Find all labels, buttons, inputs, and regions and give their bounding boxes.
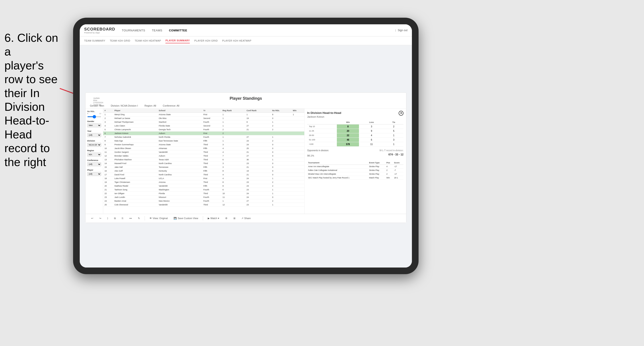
cell-num: 24 — [103, 199, 113, 203]
nav-item-tournaments[interactable]: TOURNAMENTS — [122, 28, 145, 33]
cell-num: 25 — [103, 203, 113, 206]
table-row[interactable]: 3 Michael Thorbjornsen Stanford Fourth 1… — [103, 120, 304, 124]
t-cell-name: Amer Am Intercollegiate — [307, 165, 368, 168]
cell-rds: 2 — [271, 184, 292, 188]
cell-school: East Tennessee State — [158, 139, 202, 143]
save-custom-view-button[interactable]: 💾 Save Custom View — [172, 216, 200, 220]
cell-win — [292, 191, 304, 195]
nav-item-committee[interactable]: COMMITTEE — [169, 28, 187, 33]
cell-yr: Fourth — [202, 135, 221, 139]
table-row[interactable]: 7 Nicholas Gabrelcik North Florida Fourt… — [103, 135, 304, 139]
copy-button[interactable]: ⧉ — [113, 216, 117, 220]
table-row[interactable]: 25 Cole Sherwood Vanderbilt Third 12 23 … — [103, 203, 304, 206]
player-label: Player — [87, 169, 101, 171]
cell-rds: 0 — [271, 195, 292, 199]
table-row[interactable]: 5 Christo Lamprecht Georgia Tech Fourth … — [103, 128, 304, 131]
grid-button[interactable]: ⊞ — [232, 216, 237, 220]
conference-select[interactable]: (All) — [87, 162, 101, 166]
sub-nav-player-summary[interactable]: PLAYER SUMMARY — [166, 38, 190, 43]
table-row[interactable]: 14 Maxwell Ford North Carolina Third 3 2… — [103, 162, 304, 165]
redo-button[interactable]: ↪ — [98, 216, 102, 220]
table-row[interactable]: 9 Preston Summerhays Arizona State Third… — [103, 143, 304, 146]
cell-player: Gordon Sargent — [113, 150, 158, 154]
cell-win — [292, 143, 304, 146]
nav-item-teams[interactable]: TEAMS — [152, 28, 162, 33]
update-time: Update time: 27/03/2024 16:56:26 — [93, 97, 103, 106]
table-row[interactable]: 10 Jacob Blos Olesen Arkansas Fifth 4 25… — [103, 146, 304, 150]
cell-num: 23 — [103, 195, 113, 199]
sub-nav-player-h2h-heatmap[interactable]: PLAYER H2H HEATMAP — [222, 38, 251, 43]
cell-rds: 1 — [271, 203, 292, 206]
cell-rds: 0 — [271, 162, 292, 165]
undo-button[interactable]: ↩ — [90, 216, 94, 220]
division-select[interactable]: NCAA Division I — [87, 143, 101, 147]
more-button[interactable]: ••• — [128, 216, 133, 220]
year-select[interactable]: (All) — [87, 133, 101, 137]
table-row[interactable]: 20 Matthew Riedel Vanderbilt Fifth 8 23 … — [103, 184, 304, 188]
table-row[interactable]: 15 Jake Hall Tennessee Fifth 3 21 0 — [103, 165, 304, 169]
settings-button[interactable]: ⚙ — [224, 216, 229, 220]
table-row[interactable]: 18 Luke Powell UCLA First 4 24 1 — [103, 176, 304, 180]
t-col-score: Score — [393, 161, 404, 165]
table-row[interactable]: 8 Mats Ege East Tennessee State Fifth 1 … — [103, 139, 304, 143]
table-row[interactable]: 17 David Ford North Carolina Third 4 21 … — [103, 173, 304, 176]
cell-win — [292, 150, 304, 154]
forward-button[interactable]: ⟩ — [106, 216, 110, 220]
paste-button[interactable]: ⎘ — [120, 216, 125, 220]
h2h-player-name: Jackson Koivun — [307, 115, 404, 118]
table-area: # Player School Yr Reg Rank Conf Rank No… — [103, 109, 304, 214]
col-player: Player — [113, 109, 158, 113]
refresh-button[interactable]: ↻ — [137, 216, 141, 220]
cell-player: Michael Thorbjornsen — [113, 120, 158, 124]
table-row[interactable]: 4 Luke Claton Florida State Second 1 27 … — [103, 124, 304, 128]
cell-school: Kentucky — [158, 169, 202, 173]
h2h-cell-label: 11-25 — [307, 129, 337, 133]
h2h-row: 11-25 20 9 5 — [307, 129, 404, 133]
cell-player: Jackson Koivun — [113, 131, 158, 135]
cell-player: Cole Sherwood — [113, 203, 158, 206]
share-button[interactable]: ↗ Share — [240, 216, 252, 220]
sign-out-link[interactable]: Sign out — [398, 29, 408, 32]
view-original-button[interactable]: 👁 View: Original — [148, 216, 169, 220]
h2h-cell-label: >100 — [307, 142, 337, 146]
sub-nav-player-h2h-grid[interactable]: PLAYER H2H GRID — [194, 38, 218, 43]
sub-nav-team-h2h-heatmap[interactable]: TEAM H2H HEATMAP — [135, 38, 161, 43]
no-rds-label: No Rds. — [87, 110, 101, 113]
close-button[interactable]: ✕ — [398, 111, 404, 116]
top-nav: SCOREBOARD Powered by clippi TOURNAMENTS… — [80, 24, 412, 36]
table-row[interactable]: 19 Tiger Christensen Arizona Third 8 23 … — [103, 180, 304, 184]
table-row[interactable]: 13 Phichaksn Maichon Texas A&M Third 6 3… — [103, 158, 304, 162]
slider[interactable] — [87, 115, 101, 118]
cell-yr: First — [202, 176, 221, 180]
watch-button[interactable]: ▶ Watch ▾ — [206, 216, 220, 220]
sub-nav-team-summary[interactable]: TEAM SUMMARY — [84, 38, 106, 43]
cell-rds: 2 — [271, 139, 292, 143]
table-row[interactable]: 1 Wenyi Ding Arizona State First 1 1 8 1 — [103, 113, 304, 116]
table-row[interactable]: 6 Jackson Koivun Auburn First 2 — [103, 131, 304, 135]
cell-conf: 27 — [245, 124, 271, 128]
h2h-col-label — [307, 120, 337, 125]
h2h-cell-label: Top 10 — [307, 124, 337, 129]
cell-reg: 1 — [221, 135, 246, 139]
table-row[interactable]: 24 Bastien Amat New Mexico Fourth 1 27 2 — [103, 199, 304, 203]
table-row[interactable]: 11 Gordon Sargent Vanderbilt Third 4 21 … — [103, 150, 304, 154]
tournaments-table: Tournament Event Type Pos Score Amer Am … — [307, 161, 404, 180]
col-no-rds: No Rds. — [271, 109, 292, 113]
cell-school: Auburn — [158, 154, 202, 158]
table-row[interactable]: 21 Taehoon Song Washington Fourth 6 23 1 — [103, 188, 304, 191]
sub-nav-team-h2h-grid[interactable]: TEAM H2H GRID — [110, 38, 130, 43]
panel-title: Player Standings — [230, 96, 262, 101]
no-rds-slider[interactable] — [87, 116, 101, 117]
division-label: Division — [87, 140, 101, 142]
table-row[interactable]: 16 Alex Goff Kentucky Fifth 8 19 0 — [103, 169, 304, 173]
t-cell-score: -7 — [393, 168, 404, 172]
table-row[interactable]: 23 Jack Lundin Missouri Fourth 11 24 0 — [103, 195, 304, 199]
cell-win: 1 — [292, 113, 304, 116]
cell-rds: 2 — [271, 128, 292, 131]
table-row[interactable]: 12 Brendan Valdes Auburn Third 7 27 0 — [103, 154, 304, 158]
region-select[interactable]: N/A — [87, 153, 101, 157]
table-row[interactable]: 2 Michael La Sasse Ole Miss Second 1 19 … — [103, 116, 304, 120]
player-select[interactable]: (All) — [87, 172, 101, 176]
gender-select[interactable]: Men — [87, 123, 101, 127]
table-row[interactable]: 22 Ian Gilligan Florida Third 10 24 1 — [103, 191, 304, 195]
